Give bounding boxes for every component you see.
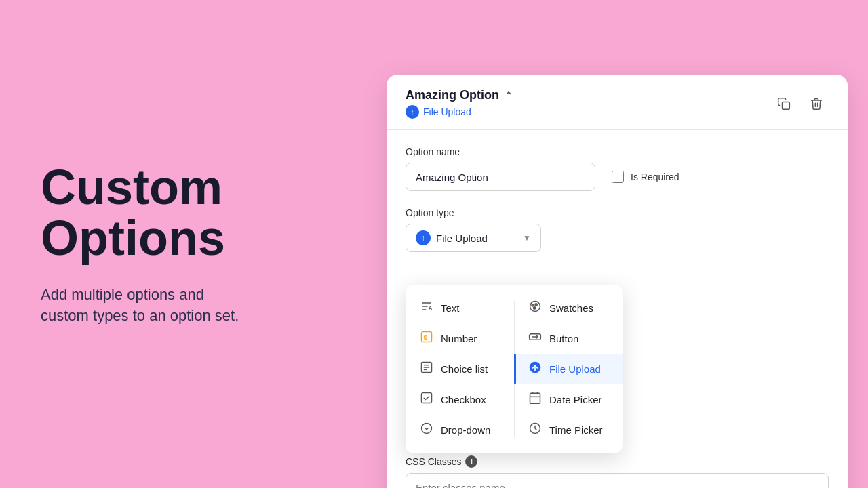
dropdown-item-date-picker[interactable]: Date Picker — [514, 384, 623, 415]
svg-point-9 — [422, 424, 432, 434]
svg-text:$: $ — [424, 334, 427, 341]
option-name-input[interactable] — [406, 163, 595, 191]
swatches-icon — [528, 300, 542, 317]
file-upload-badge: ↑ File Upload — [406, 105, 513, 119]
option-type-dropdown: A Text $ — [406, 285, 623, 453]
trash-icon — [810, 97, 823, 110]
dropdown-icon — [419, 422, 434, 439]
dropdown-item-choice-list[interactable]: Choice list — [406, 354, 514, 384]
choice-list-icon — [419, 361, 434, 378]
dropdown-right-col: Swatches — [514, 293, 623, 445]
dropdown-item-file-upload[interactable]: File Upload — [514, 354, 623, 384]
option-type-label: Option type — [406, 207, 829, 218]
select-chevron-icon: ▼ — [523, 233, 531, 243]
number-icon: $ — [419, 330, 434, 347]
card-body: Option name Is Required Option type ↑ Fi… — [387, 130, 848, 488]
dropdown-left-col: A Text $ — [406, 293, 514, 445]
option-type-select[interactable]: ↑ File Upload ▼ — [406, 224, 541, 252]
dropdown-item-swatches[interactable]: Swatches — [514, 293, 623, 323]
card-header-actions — [772, 92, 829, 116]
is-required-group: Is Required — [612, 163, 679, 191]
svg-rect-20 — [530, 393, 540, 403]
dropdown-item-checkbox[interactable]: Checkbox — [406, 384, 514, 415]
button-icon — [528, 330, 542, 347]
select-upload-icon: ↑ — [416, 230, 431, 245]
copy-icon — [777, 97, 791, 110]
is-required-checkbox[interactable] — [612, 171, 624, 183]
svg-point-13 — [534, 307, 536, 309]
css-classes-label: CSS Classes i — [406, 455, 829, 468]
dropdown-grid: A Text $ — [406, 293, 623, 445]
upload-icon: ↑ — [406, 105, 419, 119]
delete-button[interactable] — [804, 92, 829, 116]
file-upload-icon — [528, 361, 542, 378]
dropdown-item-button[interactable]: Button — [514, 323, 623, 354]
time-picker-icon — [528, 422, 542, 439]
card-header: Amazing Option ⌃ ↑ File Upload — [387, 75, 848, 130]
svg-point-12 — [535, 304, 537, 306]
checkbox-icon — [419, 391, 434, 408]
svg-rect-8 — [422, 393, 432, 403]
option-name-group: Option name — [406, 146, 595, 191]
chevron-up-icon: ⌃ — [505, 90, 513, 101]
css-info-icon[interactable]: i — [465, 455, 477, 468]
css-classes-section: CSS Classes i Type class name separate b… — [406, 455, 829, 488]
option-name-row: Option name Is Required — [406, 146, 829, 191]
text-icon: A — [419, 300, 434, 317]
right-panel: Amazing Option ⌃ ↑ File Upload — [366, 0, 868, 488]
card-header-left: Amazing Option ⌃ ↑ File Upload — [406, 88, 513, 119]
date-picker-icon — [528, 391, 542, 408]
svg-point-11 — [532, 304, 534, 306]
css-classes-input[interactable] — [406, 473, 829, 488]
main-title: Custom Options — [41, 162, 326, 264]
option-title: Amazing Option ⌃ — [406, 88, 513, 102]
svg-text:A: A — [429, 305, 433, 312]
option-type-group: Option type ↑ File Upload ▼ — [406, 207, 829, 252]
left-panel: Custom Options Add multiple options andc… — [0, 0, 366, 488]
dropdown-item-text[interactable]: A Text — [406, 293, 514, 323]
copy-button[interactable] — [772, 92, 796, 116]
sub-title: Add multiple options andcustom types to … — [41, 285, 326, 327]
option-name-label: Option name — [406, 146, 595, 157]
svg-point-10 — [530, 302, 540, 312]
dropdown-item-dropdown[interactable]: Drop-down — [406, 415, 514, 445]
is-required-label: Is Required — [631, 171, 679, 182]
dropdown-item-number[interactable]: $ Number — [406, 323, 514, 354]
dropdown-item-time-picker[interactable]: Time Picker — [514, 415, 623, 445]
option-card: Amazing Option ⌃ ↑ File Upload — [387, 75, 848, 488]
svg-rect-0 — [783, 102, 790, 109]
